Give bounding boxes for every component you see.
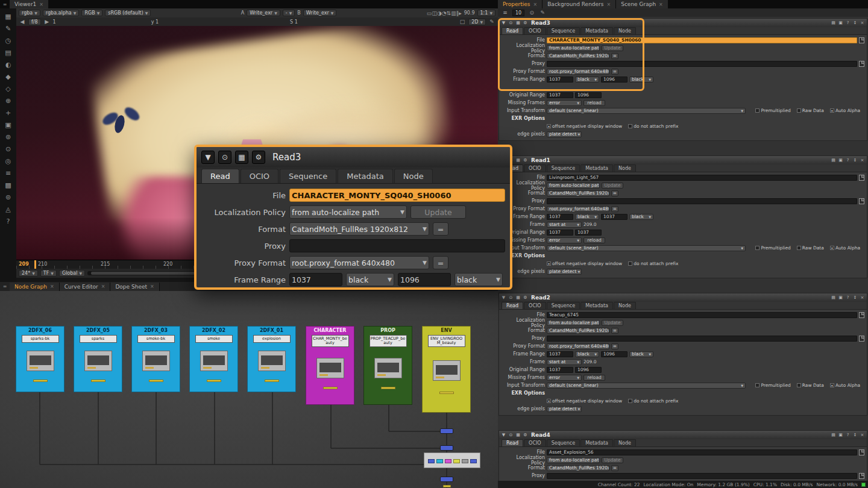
missing-frames-dropdown[interactable]: error▼ bbox=[547, 100, 582, 106]
layout-icon[interactable]: ▤ bbox=[831, 295, 836, 300]
equals-button[interactable]: = bbox=[433, 222, 448, 236]
controls-icon[interactable]: ⚙ bbox=[252, 151, 265, 164]
max-panels-input[interactable]: 10 bbox=[512, 10, 524, 16]
merge-icon[interactable]: ⊕ bbox=[2, 95, 15, 107]
viewer-lut-dropdown[interactable]: sRGB (default)▼ bbox=[105, 10, 151, 16]
proxy-format-dropdown[interactable]: root.proxy_format 640x480▼ bbox=[289, 256, 429, 269]
layout-icon[interactable]: ▤ bbox=[831, 158, 836, 163]
tab-ocio[interactable]: OCIO bbox=[524, 164, 546, 172]
postage-icon[interactable]: ▦ bbox=[515, 158, 521, 163]
after-mode-dropdown[interactable]: black▼ bbox=[454, 273, 503, 286]
checkbox-box[interactable]: × bbox=[547, 261, 551, 266]
float-icon[interactable]: ▣ bbox=[838, 158, 843, 163]
close-icon[interactable]: × bbox=[860, 158, 865, 163]
checkbox-box[interactable]: × bbox=[830, 383, 834, 387]
close-icon[interactable]: × bbox=[860, 433, 865, 437]
frame-mode-dropdown[interactable]: start at▼ bbox=[547, 359, 582, 365]
proxy-input[interactable] bbox=[289, 239, 505, 252]
next-arrow-icon[interactable]: ▶ bbox=[43, 19, 51, 25]
metadata-icon[interactable]: ≡ bbox=[2, 167, 15, 179]
equals-button[interactable]: = bbox=[611, 206, 618, 212]
format-dropdown[interactable]: CatandMoth_FullRes 1920x812▼ bbox=[547, 190, 609, 196]
read-node-thumbnail[interactable] bbox=[27, 351, 54, 371]
controls-icon[interactable]: ⚙ bbox=[523, 295, 528, 300]
stereo-icon[interactable]: □ bbox=[459, 19, 466, 25]
format-dropdown[interactable]: CatandMoth_FullRes 1920x812▼ bbox=[289, 222, 429, 236]
tab-read[interactable]: Read bbox=[201, 169, 239, 183]
equals-button[interactable]: = bbox=[611, 69, 618, 75]
merge-node[interactable] bbox=[440, 428, 453, 434]
collapse-icon[interactable]: ▼ bbox=[501, 20, 506, 25]
pen-icon[interactable]: ✎ bbox=[488, 19, 495, 25]
equals-button[interactable]: = bbox=[611, 328, 618, 334]
node-char-monty-beauty[interactable]: CHAR_MONTY_beauty bbox=[312, 335, 349, 347]
deep-icon[interactable]: ⊙ bbox=[2, 143, 15, 155]
app-menu-icon[interactable]: ≡ bbox=[0, 2, 10, 7]
center-icon[interactable]: ⊙ bbox=[508, 20, 514, 25]
checkbox-auto-alpha[interactable]: ×Auto Alpha bbox=[830, 383, 860, 388]
file-browse-icon[interactable] bbox=[859, 473, 864, 479]
tab-sequence[interactable]: Sequence bbox=[547, 164, 580, 172]
last-frame-input[interactable]: 1096 bbox=[398, 273, 451, 286]
localization-policy-dropdown[interactable]: from auto-localize path▼ bbox=[547, 320, 600, 326]
particles-icon[interactable]: ⊛ bbox=[2, 131, 15, 143]
tab-read[interactable]: Read bbox=[502, 27, 523, 34]
before-mode-dropdown[interactable]: black▼ bbox=[575, 77, 599, 83]
dock-tab-dope-sheet[interactable]: Dope Sheet× bbox=[110, 283, 159, 291]
checkbox-box[interactable] bbox=[797, 246, 801, 250]
frame-mode-dropdown[interactable]: start at▼ bbox=[547, 222, 582, 228]
tab-metadata[interactable]: Metadata bbox=[580, 302, 613, 309]
collapse-icon[interactable]: ▼ bbox=[201, 151, 215, 164]
first-frame-input[interactable]: 1037 bbox=[547, 351, 573, 357]
tab-read[interactable]: Read bbox=[502, 302, 523, 309]
file-browse-icon[interactable] bbox=[859, 37, 864, 43]
tab-metadata[interactable]: Metadata bbox=[580, 164, 613, 172]
help-icon[interactable]: ? bbox=[845, 158, 851, 163]
input-b-dropdown[interactable]: Write_exr▼ bbox=[303, 10, 337, 16]
file-browse-icon[interactable] bbox=[859, 198, 864, 204]
checkbox-auto-alpha[interactable]: ×Auto Alpha bbox=[830, 108, 860, 113]
toolsets-icon[interactable]: ▩ bbox=[2, 180, 15, 191]
node-sparks-bk[interactable]: sparks-bk bbox=[22, 335, 59, 343]
format-dropdown[interactable]: CatandMoth_FullRes 1920x812▼ bbox=[547, 465, 609, 471]
proxy-format-dropdown[interactable]: root.proxy_format 640x480▼ bbox=[547, 343, 609, 349]
localization-policy-dropdown[interactable]: from auto-localize path▼ bbox=[289, 205, 407, 219]
backdrop-2dfx-03[interactable]: 2DFX_03smoke-bk bbox=[131, 326, 180, 392]
checkbox-raw-data[interactable]: Raw Data bbox=[797, 108, 824, 113]
close-icon[interactable]: × bbox=[659, 2, 663, 7]
checkbox-box[interactable]: × bbox=[830, 108, 834, 113]
fps-dropdown[interactable]: 24*▼ bbox=[19, 270, 38, 277]
checkbox-box[interactable]: × bbox=[547, 399, 551, 403]
play-icon[interactable]: ▸ bbox=[459, 10, 462, 16]
first-frame-input[interactable]: 1037 bbox=[547, 214, 573, 220]
other-icon[interactable]: ⊚ bbox=[2, 192, 15, 203]
before-mode-dropdown[interactable]: black▼ bbox=[346, 273, 394, 286]
backdrop-2dfx-02[interactable]: 2DFX_02smoke bbox=[189, 326, 238, 392]
help-icon[interactable]: ? bbox=[845, 20, 851, 25]
tab-node[interactable]: Node bbox=[614, 439, 636, 446]
tab-node[interactable]: Node bbox=[614, 302, 636, 309]
edit-icon[interactable]: ✎ bbox=[539, 10, 546, 16]
help-icon[interactable]: ? bbox=[845, 295, 851, 300]
localization-policy-dropdown[interactable]: from auto-localize path▼ bbox=[547, 183, 600, 189]
proxy-input[interactable] bbox=[547, 336, 857, 342]
postage-icon[interactable]: ▦ bbox=[515, 20, 521, 25]
time-icon[interactable]: ◷ bbox=[2, 35, 15, 46]
panel-menu-icon[interactable]: ≡ bbox=[502, 10, 509, 16]
reorder-icon[interactable]: ↕ bbox=[852, 295, 858, 300]
close-icon[interactable]: × bbox=[860, 295, 865, 300]
tab-sequence[interactable]: Sequence bbox=[547, 27, 580, 34]
backdrop-2dfx-05[interactable]: 2DFX_05sparks bbox=[74, 326, 122, 392]
close-icon[interactable]: × bbox=[39, 2, 43, 7]
display-channel-dropdown[interactable]: RGB▼ bbox=[81, 10, 102, 16]
node-graph-canvas[interactable]: 2DFX_06sparks-bk2DFX_05sparks2DFX_03smok… bbox=[0, 291, 498, 488]
postage-icon[interactable]: ▦ bbox=[515, 433, 521, 437]
collapse-icon[interactable]: ▼ bbox=[501, 295, 506, 300]
backdrop-character[interactable]: CHARACTERCHAR_MONTY_beauty bbox=[306, 326, 354, 405]
checkbox-box[interactable] bbox=[628, 399, 632, 403]
checkbox-do-not-attach-prefix[interactable]: do not attach prefix bbox=[628, 398, 678, 404]
input-transform-dropdown[interactable]: default (scene_linear)▼ bbox=[547, 245, 746, 251]
center-icon[interactable]: ⊙ bbox=[218, 151, 231, 164]
checkbox-do-not-attach-prefix[interactable]: do not attach prefix bbox=[628, 261, 678, 266]
tab-metadata[interactable]: Metadata bbox=[338, 169, 393, 183]
